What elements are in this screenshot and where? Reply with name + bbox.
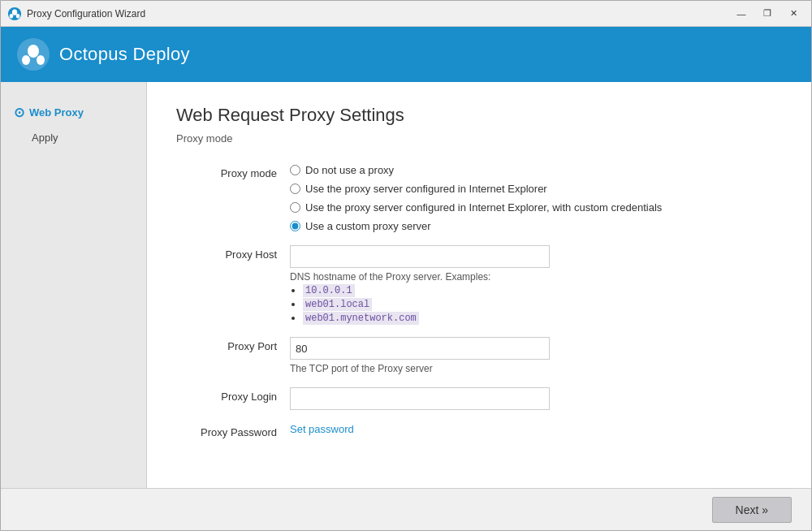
radio-custom-proxy-label: Use a custom proxy server <box>305 220 431 232</box>
svg-point-2 <box>10 14 14 18</box>
footer: Next » <box>1 488 811 530</box>
svg-point-3 <box>16 14 20 18</box>
set-password-link[interactable]: Set password <box>290 423 354 435</box>
hint-example-3: web01.mynetwork.com <box>303 312 782 324</box>
sidebar: ⊙ Web Proxy Apply <box>1 82 147 488</box>
main-window: Proxy Configuration Wizard — ❐ ✕ Octopus… <box>0 0 812 531</box>
radio-no-proxy-label: Do not use a proxy <box>305 164 394 176</box>
minimize-button[interactable]: — <box>730 6 753 22</box>
proxy-port-label: Proxy Port <box>176 337 290 352</box>
svg-point-1 <box>12 9 17 15</box>
title-bar-text: Proxy Configuration Wizard <box>27 8 730 19</box>
radio-ie-proxy[interactable]: Use the proxy server configured in Inter… <box>290 183 782 195</box>
sidebar-item-label-apply: Apply <box>32 132 58 144</box>
maximize-button[interactable]: ❐ <box>756 6 779 22</box>
proxy-host-input[interactable] <box>290 245 550 268</box>
radio-custom-proxy[interactable]: Use a custom proxy server <box>290 220 782 232</box>
radio-no-proxy[interactable]: Do not use a proxy <box>290 164 782 176</box>
radio-ie-proxy-creds-label: Use the proxy server configured in Inter… <box>305 201 662 214</box>
proxy-port-row: Proxy Port The TCP port of the Proxy ser… <box>176 337 782 374</box>
proxy-mode-row: Proxy mode Do not use a proxy Use the pr… <box>176 164 782 232</box>
main-area: ⊙ Web Proxy Apply Web Request Proxy Sett… <box>1 82 811 488</box>
app-title: Octopus Deploy <box>59 44 190 65</box>
sidebar-item-web-proxy[interactable]: ⊙ Web Proxy <box>1 98 146 127</box>
sidebar-item-label-web-proxy: Web Proxy <box>29 106 84 119</box>
title-bar-controls: — ❐ ✕ <box>730 6 805 22</box>
proxy-host-control: DNS hostname of the Proxy server. Exampl… <box>290 245 782 324</box>
content-area: Web Request Proxy Settings Proxy mode Pr… <box>147 82 811 488</box>
page-title: Web Request Proxy Settings <box>176 105 782 126</box>
proxy-port-hint: The TCP port of the Proxy server <box>290 363 782 374</box>
proxy-host-examples: 10.0.0.1 web01.local web01.mynetwork.com <box>290 284 782 324</box>
arrow-right-icon: ⊙ <box>14 105 24 120</box>
proxy-mode-options: Do not use a proxy Use the proxy server … <box>290 164 782 232</box>
radio-custom-proxy-input[interactable] <box>290 221 300 231</box>
proxy-login-input[interactable] <box>290 387 550 410</box>
proxy-login-label: Proxy Login <box>176 387 290 403</box>
proxy-port-control: The TCP port of the Proxy server <box>290 337 782 374</box>
hint-example-1: 10.0.0.1 <box>303 284 782 296</box>
proxy-login-control <box>290 387 782 410</box>
proxy-password-label: Proxy Password <box>176 423 290 438</box>
radio-ie-proxy-label: Use the proxy server configured in Inter… <box>305 183 547 195</box>
radio-no-proxy-input[interactable] <box>290 165 300 175</box>
proxy-host-hint: DNS hostname of the Proxy server. Exampl… <box>290 271 782 283</box>
app-header: Octopus Deploy <box>1 27 811 82</box>
page-subtitle: Proxy mode <box>176 132 782 145</box>
proxy-host-label: Proxy Host <box>176 245 290 261</box>
proxy-port-input[interactable] <box>290 337 550 360</box>
proxy-login-row: Proxy Login <box>176 387 782 410</box>
proxy-password-control: Set password <box>290 423 782 435</box>
close-button[interactable]: ✕ <box>782 6 805 22</box>
title-bar: Proxy Configuration Wizard — ❐ ✕ <box>1 1 811 27</box>
radio-ie-proxy-input[interactable] <box>290 183 300 194</box>
proxy-host-row: Proxy Host DNS hostname of the Proxy ser… <box>176 245 782 324</box>
svg-point-6 <box>22 55 30 65</box>
sidebar-item-apply[interactable]: Apply <box>1 127 146 149</box>
next-button[interactable]: Next » <box>712 497 792 523</box>
hint-example-2: web01.local <box>303 298 782 310</box>
proxy-password-row: Proxy Password Set password <box>176 423 782 438</box>
radio-ie-proxy-creds-input[interactable] <box>290 202 300 213</box>
proxy-mode-label: Proxy mode <box>176 164 290 179</box>
svg-point-5 <box>28 45 39 58</box>
window-icon <box>7 6 22 21</box>
radio-ie-proxy-creds[interactable]: Use the proxy server configured in Inter… <box>290 201 782 214</box>
app-logo-icon <box>17 38 50 71</box>
svg-point-7 <box>37 55 45 65</box>
